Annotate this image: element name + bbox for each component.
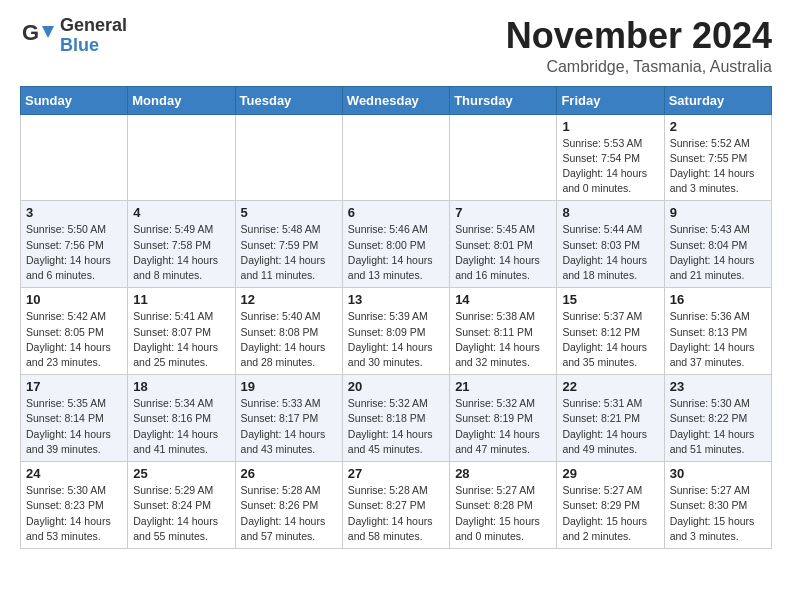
day-info: Sunrise: 5:44 AM Sunset: 8:03 PM Dayligh… <box>562 222 658 283</box>
calendar-cell: 6Sunrise: 5:46 AM Sunset: 8:00 PM Daylig… <box>342 201 449 288</box>
day-number: 13 <box>348 292 444 307</box>
calendar-cell <box>342 114 449 201</box>
calendar-cell: 10Sunrise: 5:42 AM Sunset: 8:05 PM Dayli… <box>21 288 128 375</box>
logo-icon: G <box>20 18 56 54</box>
day-info: Sunrise: 5:41 AM Sunset: 8:07 PM Dayligh… <box>133 309 229 370</box>
day-info: Sunrise: 5:27 AM Sunset: 8:28 PM Dayligh… <box>455 483 551 544</box>
calendar-cell: 26Sunrise: 5:28 AM Sunset: 8:26 PM Dayli… <box>235 462 342 549</box>
day-number: 20 <box>348 379 444 394</box>
day-info: Sunrise: 5:33 AM Sunset: 8:17 PM Dayligh… <box>241 396 337 457</box>
calendar-week-row: 10Sunrise: 5:42 AM Sunset: 8:05 PM Dayli… <box>21 288 772 375</box>
calendar-cell <box>128 114 235 201</box>
day-number: 6 <box>348 205 444 220</box>
calendar-cell: 29Sunrise: 5:27 AM Sunset: 8:29 PM Dayli… <box>557 462 664 549</box>
calendar-cell: 30Sunrise: 5:27 AM Sunset: 8:30 PM Dayli… <box>664 462 771 549</box>
day-number: 8 <box>562 205 658 220</box>
calendar-cell: 25Sunrise: 5:29 AM Sunset: 8:24 PM Dayli… <box>128 462 235 549</box>
weekday-header-tuesday: Tuesday <box>235 86 342 114</box>
weekday-header-saturday: Saturday <box>664 86 771 114</box>
day-number: 1 <box>562 119 658 134</box>
day-number: 27 <box>348 466 444 481</box>
day-info: Sunrise: 5:29 AM Sunset: 8:24 PM Dayligh… <box>133 483 229 544</box>
calendar-cell: 23Sunrise: 5:30 AM Sunset: 8:22 PM Dayli… <box>664 375 771 462</box>
day-number: 18 <box>133 379 229 394</box>
day-number: 29 <box>562 466 658 481</box>
day-number: 22 <box>562 379 658 394</box>
day-number: 7 <box>455 205 551 220</box>
day-info: Sunrise: 5:48 AM Sunset: 7:59 PM Dayligh… <box>241 222 337 283</box>
weekday-header-wednesday: Wednesday <box>342 86 449 114</box>
day-number: 5 <box>241 205 337 220</box>
day-number: 23 <box>670 379 766 394</box>
day-info: Sunrise: 5:27 AM Sunset: 8:29 PM Dayligh… <box>562 483 658 544</box>
day-number: 21 <box>455 379 551 394</box>
page: G General Blue November 2024 Cambridge, … <box>0 0 792 565</box>
day-info: Sunrise: 5:38 AM Sunset: 8:11 PM Dayligh… <box>455 309 551 370</box>
calendar-cell: 5Sunrise: 5:48 AM Sunset: 7:59 PM Daylig… <box>235 201 342 288</box>
calendar-week-row: 17Sunrise: 5:35 AM Sunset: 8:14 PM Dayli… <box>21 375 772 462</box>
day-info: Sunrise: 5:28 AM Sunset: 8:26 PM Dayligh… <box>241 483 337 544</box>
day-info: Sunrise: 5:30 AM Sunset: 8:23 PM Dayligh… <box>26 483 122 544</box>
day-info: Sunrise: 5:30 AM Sunset: 8:22 PM Dayligh… <box>670 396 766 457</box>
day-number: 11 <box>133 292 229 307</box>
calendar-cell: 11Sunrise: 5:41 AM Sunset: 8:07 PM Dayli… <box>128 288 235 375</box>
logo-general: General <box>60 16 127 36</box>
weekday-header-thursday: Thursday <box>450 86 557 114</box>
calendar-week-row: 24Sunrise: 5:30 AM Sunset: 8:23 PM Dayli… <box>21 462 772 549</box>
weekday-header-friday: Friday <box>557 86 664 114</box>
day-info: Sunrise: 5:34 AM Sunset: 8:16 PM Dayligh… <box>133 396 229 457</box>
day-info: Sunrise: 5:52 AM Sunset: 7:55 PM Dayligh… <box>670 136 766 197</box>
calendar-cell: 4Sunrise: 5:49 AM Sunset: 7:58 PM Daylig… <box>128 201 235 288</box>
day-number: 9 <box>670 205 766 220</box>
day-info: Sunrise: 5:43 AM Sunset: 8:04 PM Dayligh… <box>670 222 766 283</box>
day-info: Sunrise: 5:53 AM Sunset: 7:54 PM Dayligh… <box>562 136 658 197</box>
day-info: Sunrise: 5:32 AM Sunset: 8:18 PM Dayligh… <box>348 396 444 457</box>
day-number: 26 <box>241 466 337 481</box>
calendar-cell: 9Sunrise: 5:43 AM Sunset: 8:04 PM Daylig… <box>664 201 771 288</box>
logo-text: General Blue <box>60 16 127 56</box>
location-title: Cambridge, Tasmania, Australia <box>506 58 772 76</box>
calendar-cell: 28Sunrise: 5:27 AM Sunset: 8:28 PM Dayli… <box>450 462 557 549</box>
day-info: Sunrise: 5:36 AM Sunset: 8:13 PM Dayligh… <box>670 309 766 370</box>
calendar-cell: 17Sunrise: 5:35 AM Sunset: 8:14 PM Dayli… <box>21 375 128 462</box>
day-number: 25 <box>133 466 229 481</box>
logo: G General Blue <box>20 16 127 56</box>
day-info: Sunrise: 5:37 AM Sunset: 8:12 PM Dayligh… <box>562 309 658 370</box>
day-number: 15 <box>562 292 658 307</box>
weekday-header-monday: Monday <box>128 86 235 114</box>
day-info: Sunrise: 5:39 AM Sunset: 8:09 PM Dayligh… <box>348 309 444 370</box>
day-info: Sunrise: 5:27 AM Sunset: 8:30 PM Dayligh… <box>670 483 766 544</box>
calendar-cell: 24Sunrise: 5:30 AM Sunset: 8:23 PM Dayli… <box>21 462 128 549</box>
day-number: 24 <box>26 466 122 481</box>
day-number: 3 <box>26 205 122 220</box>
calendar-cell: 21Sunrise: 5:32 AM Sunset: 8:19 PM Dayli… <box>450 375 557 462</box>
day-number: 17 <box>26 379 122 394</box>
day-number: 19 <box>241 379 337 394</box>
day-info: Sunrise: 5:42 AM Sunset: 8:05 PM Dayligh… <box>26 309 122 370</box>
title-block: November 2024 Cambridge, Tasmania, Austr… <box>506 16 772 76</box>
day-info: Sunrise: 5:35 AM Sunset: 8:14 PM Dayligh… <box>26 396 122 457</box>
calendar-cell: 13Sunrise: 5:39 AM Sunset: 8:09 PM Dayli… <box>342 288 449 375</box>
logo-blue: Blue <box>60 36 127 56</box>
day-info: Sunrise: 5:40 AM Sunset: 8:08 PM Dayligh… <box>241 309 337 370</box>
day-info: Sunrise: 5:50 AM Sunset: 7:56 PM Dayligh… <box>26 222 122 283</box>
calendar-week-row: 3Sunrise: 5:50 AM Sunset: 7:56 PM Daylig… <box>21 201 772 288</box>
calendar-cell: 20Sunrise: 5:32 AM Sunset: 8:18 PM Dayli… <box>342 375 449 462</box>
day-number: 10 <box>26 292 122 307</box>
calendar-cell: 7Sunrise: 5:45 AM Sunset: 8:01 PM Daylig… <box>450 201 557 288</box>
month-title: November 2024 <box>506 16 772 56</box>
calendar-cell: 16Sunrise: 5:36 AM Sunset: 8:13 PM Dayli… <box>664 288 771 375</box>
calendar: SundayMondayTuesdayWednesdayThursdayFrid… <box>20 86 772 549</box>
calendar-week-row: 1Sunrise: 5:53 AM Sunset: 7:54 PM Daylig… <box>21 114 772 201</box>
header: G General Blue November 2024 Cambridge, … <box>20 16 772 76</box>
day-number: 30 <box>670 466 766 481</box>
calendar-cell: 15Sunrise: 5:37 AM Sunset: 8:12 PM Dayli… <box>557 288 664 375</box>
day-number: 14 <box>455 292 551 307</box>
calendar-cell: 19Sunrise: 5:33 AM Sunset: 8:17 PM Dayli… <box>235 375 342 462</box>
day-info: Sunrise: 5:46 AM Sunset: 8:00 PM Dayligh… <box>348 222 444 283</box>
calendar-cell <box>450 114 557 201</box>
calendar-cell: 22Sunrise: 5:31 AM Sunset: 8:21 PM Dayli… <box>557 375 664 462</box>
calendar-cell: 12Sunrise: 5:40 AM Sunset: 8:08 PM Dayli… <box>235 288 342 375</box>
day-number: 2 <box>670 119 766 134</box>
calendar-cell: 3Sunrise: 5:50 AM Sunset: 7:56 PM Daylig… <box>21 201 128 288</box>
